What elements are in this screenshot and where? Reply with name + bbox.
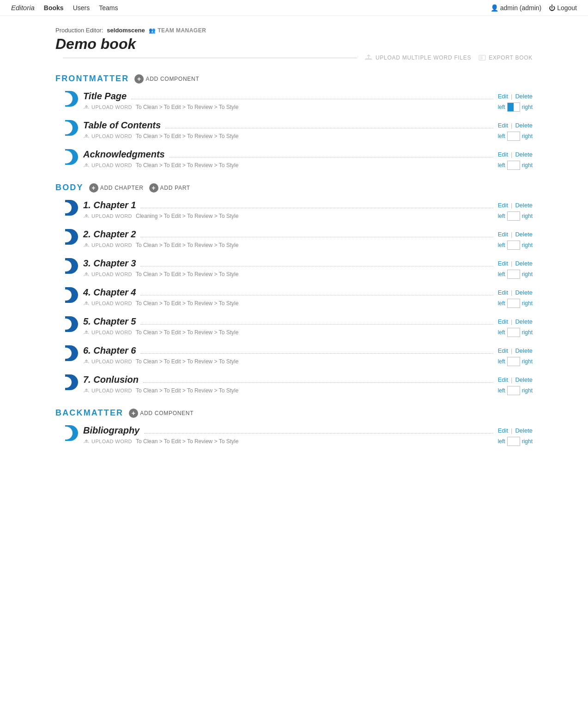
toggle-box-chapter6[interactable]	[507, 357, 520, 366]
toggle-box-toc[interactable]	[507, 132, 520, 141]
toggle-left-title-page	[508, 103, 514, 111]
svg-rect-1	[480, 56, 483, 60]
toggle-box-chapter5[interactable]	[507, 328, 520, 337]
add-part-circle-icon: +	[149, 183, 158, 193]
frontmatter-title: FRONTMATTER	[55, 74, 129, 84]
right-label-toc: right	[522, 133, 533, 139]
workflow-chapter6: To Clean > To Edit > To Review > To Styl…	[136, 358, 494, 365]
toggle-box-chapter2[interactable]	[507, 241, 520, 250]
component-icon-chapter2	[65, 229, 79, 245]
left-label-toc: left	[498, 133, 505, 139]
upload-word-title-page[interactable]: UPLOAD WORD	[83, 104, 132, 110]
edit-acknowledgments-button[interactable]: Edit	[498, 151, 508, 158]
upload-word-chapter6[interactable]: UPLOAD WORD	[83, 359, 132, 364]
logout-button[interactable]: ⏻ Logout	[549, 4, 577, 12]
delete-chapter4-button[interactable]: Delete	[515, 289, 533, 296]
body-add-chapter-button[interactable]: + ADD CHAPTER	[89, 183, 144, 193]
toggle-box-chapter1[interactable]	[507, 211, 520, 221]
component-sub-chapter6: UPLOAD WORD To Clean > To Edit > To Revi…	[83, 357, 533, 366]
component-icon-chapter6	[65, 345, 79, 361]
component-actions-title-page: Edit | Delete	[498, 93, 533, 100]
toggle-box-chapter3[interactable]	[507, 270, 520, 279]
upload-word-chapter4[interactable]: UPLOAD WORD	[83, 301, 132, 306]
workflow-chapter5: To Clean > To Edit > To Review > To Styl…	[136, 329, 494, 336]
upload-word-toc[interactable]: UPLOAD WORD	[83, 133, 132, 139]
frontmatter-component-acknowledgments: Acknowledgments Edit | Delete UPLOAD WOR…	[55, 149, 533, 170]
body-component-chapter5: 5. Chapter 5 Edit | Delete UPLOAD WORD T…	[55, 316, 533, 337]
component-title-row-acknowledgments: Acknowledgments Edit | Delete	[83, 149, 533, 160]
edit-chapter2-button[interactable]: Edit	[498, 231, 508, 238]
component-icon-chapter3	[65, 258, 79, 274]
component-actions-toc: Edit | Delete	[498, 122, 533, 129]
edit-chapter3-button[interactable]: Edit	[498, 260, 508, 267]
upload-word-acknowledgments[interactable]: UPLOAD WORD	[83, 163, 132, 168]
edit-bibliography-button[interactable]: Edit	[498, 427, 508, 434]
frontmatter-add-component-button[interactable]: + ADD COMPONENT	[134, 74, 199, 84]
upload-word-chapter3[interactable]: UPLOAD WORD	[83, 271, 132, 277]
title-divider	[63, 58, 357, 58]
frontmatter-header: FRONTMATTER + ADD COMPONENT	[55, 74, 533, 84]
component-sub-chapter1: UPLOAD WORD Cleaning > To Edit > To Revi…	[83, 211, 533, 221]
team-manager-icon: 👥	[149, 27, 156, 34]
delete-chapter6-button[interactable]: Delete	[515, 347, 533, 354]
team-manager-button[interactable]: 👥 TEAM MANAGER	[149, 27, 206, 34]
body-add-part-button[interactable]: + ADD PART	[149, 183, 190, 193]
component-sub-chapter2: UPLOAD WORD To Clean > To Edit > To Revi…	[83, 241, 533, 250]
component-actions-chapter1: Edit | Delete	[498, 202, 533, 209]
toggle-chapter1: left right	[498, 211, 533, 221]
delete-chapter3-button[interactable]: Delete	[515, 260, 533, 267]
navbar-link-users[interactable]: Users	[73, 4, 90, 12]
delete-chapter5-button[interactable]: Delete	[515, 318, 533, 325]
component-title-row-conclusion: 7. Conlusion Edit | Delete	[83, 374, 533, 385]
delete-acknowledgments-button[interactable]: Delete	[515, 151, 533, 158]
navbar-link-books[interactable]: Books	[44, 4, 64, 12]
upload-word-bibliography[interactable]: UPLOAD WORD	[83, 439, 132, 444]
navbar-brand: Editoria	[11, 4, 35, 12]
delete-bibliography-button[interactable]: Delete	[515, 427, 533, 434]
delete-chapter2-button[interactable]: Delete	[515, 231, 533, 238]
export-book-button[interactable]: EXPORT BOOK	[479, 54, 533, 61]
dots-title-page	[131, 94, 493, 99]
toggle-box-title-page[interactable]	[507, 102, 520, 112]
production-editor-row: Production Editor: seldomscene 👥 TEAM MA…	[55, 27, 533, 34]
toggle-box-chapter4[interactable]	[507, 299, 520, 308]
delete-chapter1-button[interactable]: Delete	[515, 202, 533, 209]
navbar-link-teams[interactable]: Teams	[99, 4, 118, 12]
upload-word-conclusion[interactable]: UPLOAD WORD	[83, 388, 132, 393]
workflow-acknowledgments: To Clean > To Edit > To Review > To Styl…	[136, 162, 494, 169]
body-component-conclusion: 7. Conlusion Edit | Delete UPLOAD WORD T…	[55, 374, 533, 395]
component-title-row-chapter2: 2. Chapter 2 Edit | Delete	[83, 229, 533, 240]
edit-conclusion-button[interactable]: Edit	[498, 376, 508, 383]
component-title-row-title-page: Title Page Edit | Delete	[83, 91, 533, 102]
upload-word-chapter1[interactable]: UPLOAD WORD	[83, 213, 132, 219]
backmatter-add-component-button[interactable]: + ADD COMPONENT	[129, 409, 194, 418]
component-title-row-chapter1: 1. Chapter 1 Edit | Delete	[83, 200, 533, 211]
component-icon-chapter1	[65, 200, 79, 216]
edit-title-page-button[interactable]: Edit	[498, 93, 508, 100]
cloud-icon-chapter2	[83, 242, 90, 248]
delete-toc-button[interactable]: Delete	[515, 122, 533, 129]
frontmatter-component-title-page: Title Page Edit | Delete UPLOAD WORD To …	[55, 91, 533, 112]
edit-chapter1-button[interactable]: Edit	[498, 202, 508, 209]
toggle-title-page: left right	[498, 102, 533, 112]
workflow-bibliography: To Clean > To Edit > To Review > To Styl…	[136, 438, 494, 445]
edit-toc-button[interactable]: Edit	[498, 122, 508, 129]
component-title-row-bibliography: Bibliography Edit | Delete	[83, 425, 533, 436]
toggle-box-conclusion[interactable]	[507, 386, 520, 395]
toggle-box-bibliography[interactable]	[507, 437, 520, 446]
component-body-chapter5: 5. Chapter 5 Edit | Delete UPLOAD WORD T…	[83, 316, 533, 337]
edit-chapter6-button[interactable]: Edit	[498, 347, 508, 354]
edit-chapter5-button[interactable]: Edit	[498, 318, 508, 325]
upload-multiple-button[interactable]: UPLOAD MULTIPLE WORD FILES	[364, 54, 471, 61]
body-component-chapter6: 6. Chapter 6 Edit | Delete UPLOAD WORD T…	[55, 345, 533, 366]
body-component-chapter2: 2. Chapter 2 Edit | Delete UPLOAD WORD T…	[55, 229, 533, 250]
upload-word-chapter2[interactable]: UPLOAD WORD	[83, 242, 132, 248]
toggle-box-acknowledgments[interactable]	[507, 161, 520, 170]
upload-word-chapter5[interactable]: UPLOAD WORD	[83, 330, 132, 335]
toggle-chapter6: left right	[498, 357, 533, 366]
delete-conclusion-button[interactable]: Delete	[515, 376, 533, 383]
edit-chapter4-button[interactable]: Edit	[498, 289, 508, 296]
power-icon: ⏻	[549, 4, 555, 12]
delete-title-page-button[interactable]: Delete	[515, 93, 533, 100]
component-name-acknowledgments: Acknowledgments	[83, 149, 165, 160]
